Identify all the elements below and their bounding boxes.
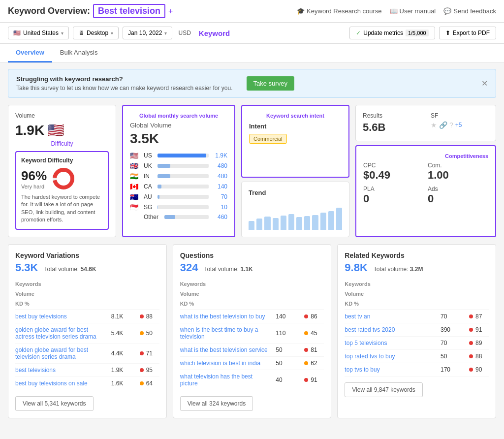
view-all-kv-button[interactable]: View all 5,341 keywords <box>15 396 94 411</box>
keyword-link[interactable]: golden globe award for best television s… <box>15 346 107 360</box>
keyword-link[interactable]: top 5 televisions <box>345 340 437 346</box>
update-metrics-button[interactable]: ✓ Update metrics 1/5,000 <box>349 27 435 39</box>
export-pdf-button[interactable]: ⬆ Export to PDF <box>439 27 496 39</box>
trend-card: Trend <box>241 182 349 237</box>
trend-label: Trend <box>249 189 342 196</box>
keyword-link[interactable]: top rated tvs to buy <box>345 353 437 360</box>
rk-table-body: best tv an 70 87 best rated tvs 2020 390… <box>345 310 489 376</box>
keyword-link[interactable]: what is the best television service <box>180 346 272 353</box>
view-all-related-button[interactable]: View all 9,847 keywords <box>345 382 423 397</box>
trend-bar <box>296 217 302 229</box>
keyword-link[interactable]: best tv an <box>345 313 437 320</box>
flag-icon: 🇺🇸 <box>13 30 21 36</box>
survey-banner: Struggling with keyword research? Take t… <box>8 69 496 98</box>
tab-overview[interactable]: Overview <box>8 44 52 63</box>
intent-badge: Commercial <box>249 134 287 144</box>
intent-trend-col: Keyword search intent Intent Commercial … <box>241 105 349 237</box>
sf-icons: ★ 🔗 ? +5 <box>431 121 489 129</box>
sf-col: SF ★ 🔗 ? +5 <box>431 112 489 134</box>
country-bars: 🇺🇸 US 1.9K 🇬🇧 UK 480 🇮🇳 IN 480 <box>130 152 227 220</box>
table-row: top rated tvs to buy 50 88 <box>345 350 489 363</box>
link-icon: 🔗 <box>439 121 447 129</box>
trend-bar <box>273 218 279 230</box>
keyword-link[interactable]: when is the best time to buy a televisio… <box>180 326 272 340</box>
kd-dot-orange <box>304 361 308 365</box>
kv-count: 5.3K <box>15 261 38 274</box>
tab-bulk-analysis[interactable]: Bulk Analysis <box>52 44 106 63</box>
rk-count: 9.8K <box>345 261 367 274</box>
trend-bar <box>328 211 334 229</box>
take-survey-button[interactable]: Take survey <box>247 76 294 91</box>
question-icon: ? <box>449 121 453 129</box>
global-volume-section-title: Global monthly search volume <box>130 113 227 119</box>
intent-label: Intent <box>249 123 342 130</box>
survey-content: Struggling with keyword research? Take t… <box>16 75 294 92</box>
manual-link[interactable]: 📖 User manual <box>390 7 436 15</box>
q-total-label: Total volume: 1.1K <box>204 266 252 273</box>
kd-dot-red <box>469 328 473 332</box>
country-row-au: 🇦🇺 AU 70 <box>130 193 227 201</box>
questions-card: Questions 324 Total volume: 1.1K Keyword… <box>173 244 332 418</box>
global-volume-card: Global monthly search volume Global Volu… <box>122 105 235 237</box>
table-row: top 5 televisions 70 89 <box>345 337 489 350</box>
kd-left: 96% Very hard <box>21 168 47 189</box>
kd-dot-orange <box>140 331 144 335</box>
device-filter[interactable]: 🖥 Desktop ▾ <box>73 27 119 39</box>
country-filter[interactable]: 🇺🇸 United States ▾ <box>8 27 69 39</box>
keyword-link[interactable]: golden globe award for best actress tele… <box>15 326 107 340</box>
table-row: top tvs to buy 170 90 <box>345 363 489 376</box>
keyword-link[interactable]: best rated tvs 2020 <box>345 326 437 333</box>
keyword-link[interactable]: what television has the best picture <box>180 373 272 387</box>
kv-table-header: Keywords Volume KD % <box>15 278 159 310</box>
competitiveness-label: Competitiveness <box>363 153 488 159</box>
course-icon: 🎓 <box>297 7 305 15</box>
keyword-link[interactable]: which television is best in india <box>180 360 272 367</box>
survey-text: Struggling with keyword research? Take t… <box>16 75 233 92</box>
rk-title: Related Keywords <box>345 251 489 259</box>
kd-percent: 96% <box>21 168 47 184</box>
keyword-link[interactable]: best buy televisions <box>15 313 107 320</box>
volume-label: Volume <box>15 112 109 119</box>
results-col: Results 5.6B <box>363 112 421 134</box>
intent-section-title: Keyword search intent <box>249 113 342 119</box>
course-link[interactable]: 🎓 Keyword Research course <box>297 7 381 15</box>
cpc-item: CPC $0.49 <box>363 162 424 182</box>
table-row: best televisions 1.9K 95 <box>15 364 159 377</box>
country-row-uk: 🇬🇧 UK 480 <box>130 162 227 170</box>
keyword-link[interactable]: best buy televisions on sale <box>15 380 107 387</box>
kv-count-section: 5.3K Total volume: 54.6K <box>15 261 159 274</box>
book-icon: 📖 <box>390 7 398 15</box>
keyword-link[interactable]: top tvs to buy <box>345 366 437 373</box>
keyword-highlight[interactable]: Best television <box>93 4 165 18</box>
sf-plus-button[interactable]: +5 <box>455 122 462 128</box>
add-keyword-icon[interactable]: + <box>168 7 173 16</box>
trend-bar <box>249 221 254 230</box>
close-banner-button[interactable]: ✕ <box>481 79 488 88</box>
trend-bar <box>264 217 270 230</box>
trend-chart <box>249 200 342 230</box>
results-sf-row: Results 5.6B SF ★ 🔗 ? +5 <box>363 112 489 134</box>
view-all-questions-button[interactable]: View all 324 keywords <box>180 396 253 411</box>
rk-count-section: 9.8K Total volume: 3.2M <box>345 261 489 274</box>
pla-label: PLA <box>363 186 424 192</box>
country-row-ca: 🇨🇦 CA 140 <box>130 183 227 190</box>
kd-dot-orange <box>304 331 308 335</box>
table-row: when is the best time to buy a televisio… <box>180 323 324 344</box>
com-item: Com. 1.00 <box>428 162 488 182</box>
rk-table-header: Keywords Volume KD % <box>345 278 489 310</box>
toolbar-actions: ✓ Update metrics 1/5,000 ⬆ Export to PDF <box>349 27 496 39</box>
keyword-link[interactable]: best televisions <box>15 367 107 374</box>
table-row: best tv an 70 87 <box>345 310 489 323</box>
trend-bar <box>288 214 294 229</box>
trend-bar <box>320 213 326 230</box>
feedback-link[interactable]: 💬 Send feedback <box>443 7 496 15</box>
kd-section: Keyword Difficulty 96% Very hard The har… <box>15 151 109 230</box>
volume-value-row: 1.9K 🇺🇸 <box>15 122 109 138</box>
kd-dot-red <box>140 368 144 372</box>
table-row: best buy televisions on sale 1.6K 64 <box>15 377 159 390</box>
kd-dot-red <box>469 368 473 372</box>
keyword-link[interactable]: what is the best television to buy <box>180 313 272 320</box>
kv-title: Keyword Variations <box>15 251 159 259</box>
trend-bar <box>336 208 342 230</box>
date-filter[interactable]: Jan 10, 2022 ▾ <box>123 27 172 39</box>
